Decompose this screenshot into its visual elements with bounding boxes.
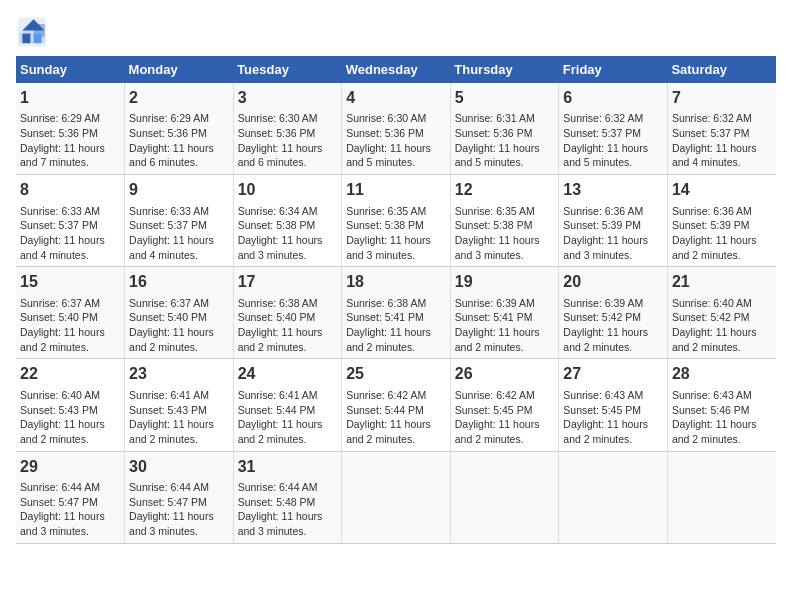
daylight-text: Daylight: 11 hours and 3 minutes. (563, 234, 648, 261)
sunrise-text: Sunrise: 6:42 AM (455, 389, 535, 401)
svg-rect-4 (22, 34, 30, 44)
daylight-text: Daylight: 11 hours and 2 minutes. (346, 418, 431, 445)
calendar-cell: 12 Sunrise: 6:35 AM Sunset: 5:38 PM Dayl… (450, 175, 559, 267)
sunrise-text: Sunrise: 6:44 AM (238, 481, 318, 493)
sunset-text: Sunset: 5:45 PM (563, 404, 641, 416)
calendar-cell (450, 451, 559, 543)
sunset-text: Sunset: 5:47 PM (20, 496, 98, 508)
day-number: 17 (238, 271, 338, 293)
calendar-cell: 5 Sunrise: 6:31 AM Sunset: 5:36 PM Dayli… (450, 83, 559, 175)
sunrise-text: Sunrise: 6:44 AM (129, 481, 209, 493)
sunrise-text: Sunrise: 6:33 AM (129, 205, 209, 217)
daylight-text: Daylight: 11 hours and 6 minutes. (238, 142, 323, 169)
calendar-cell: 11 Sunrise: 6:35 AM Sunset: 5:38 PM Dayl… (342, 175, 451, 267)
sunrise-text: Sunrise: 6:39 AM (455, 297, 535, 309)
sunset-text: Sunset: 5:40 PM (20, 311, 98, 323)
day-header-friday: Friday (559, 56, 668, 83)
day-number: 3 (238, 87, 338, 109)
calendar-week-4: 22 Sunrise: 6:40 AM Sunset: 5:43 PM Dayl… (16, 359, 776, 451)
calendar-week-3: 15 Sunrise: 6:37 AM Sunset: 5:40 PM Dayl… (16, 267, 776, 359)
sunrise-text: Sunrise: 6:38 AM (346, 297, 426, 309)
day-header-thursday: Thursday (450, 56, 559, 83)
calendar-table: SundayMondayTuesdayWednesdayThursdayFrid… (16, 56, 776, 544)
daylight-text: Daylight: 11 hours and 2 minutes. (20, 326, 105, 353)
sunrise-text: Sunrise: 6:37 AM (20, 297, 100, 309)
day-header-monday: Monday (125, 56, 234, 83)
day-number: 9 (129, 179, 229, 201)
calendar-cell: 10 Sunrise: 6:34 AM Sunset: 5:38 PM Dayl… (233, 175, 342, 267)
calendar-cell: 30 Sunrise: 6:44 AM Sunset: 5:47 PM Dayl… (125, 451, 234, 543)
sunrise-text: Sunrise: 6:30 AM (238, 112, 318, 124)
day-number: 23 (129, 363, 229, 385)
sunset-text: Sunset: 5:39 PM (672, 219, 750, 231)
daylight-text: Daylight: 11 hours and 3 minutes. (20, 510, 105, 537)
sunrise-text: Sunrise: 6:33 AM (20, 205, 100, 217)
calendar-cell: 7 Sunrise: 6:32 AM Sunset: 5:37 PM Dayli… (667, 83, 776, 175)
sunrise-text: Sunrise: 6:43 AM (672, 389, 752, 401)
day-number: 15 (20, 271, 120, 293)
calendar-cell: 28 Sunrise: 6:43 AM Sunset: 5:46 PM Dayl… (667, 359, 776, 451)
calendar-cell (667, 451, 776, 543)
sunrise-text: Sunrise: 6:31 AM (455, 112, 535, 124)
day-number: 26 (455, 363, 555, 385)
daylight-text: Daylight: 11 hours and 2 minutes. (563, 326, 648, 353)
day-number: 20 (563, 271, 663, 293)
sunrise-text: Sunrise: 6:29 AM (20, 112, 100, 124)
day-number: 22 (20, 363, 120, 385)
day-number: 4 (346, 87, 446, 109)
calendar-cell: 9 Sunrise: 6:33 AM Sunset: 5:37 PM Dayli… (125, 175, 234, 267)
calendar-cell: 1 Sunrise: 6:29 AM Sunset: 5:36 PM Dayli… (16, 83, 125, 175)
day-header-sunday: Sunday (16, 56, 125, 83)
sunset-text: Sunset: 5:46 PM (672, 404, 750, 416)
sunset-text: Sunset: 5:36 PM (346, 127, 424, 139)
daylight-text: Daylight: 11 hours and 2 minutes. (346, 326, 431, 353)
calendar-cell: 13 Sunrise: 6:36 AM Sunset: 5:39 PM Dayl… (559, 175, 668, 267)
day-number: 29 (20, 456, 120, 478)
sunset-text: Sunset: 5:41 PM (455, 311, 533, 323)
calendar-cell: 8 Sunrise: 6:33 AM Sunset: 5:37 PM Dayli… (16, 175, 125, 267)
sunset-text: Sunset: 5:48 PM (238, 496, 316, 508)
calendar-cell: 31 Sunrise: 6:44 AM Sunset: 5:48 PM Dayl… (233, 451, 342, 543)
daylight-text: Daylight: 11 hours and 2 minutes. (672, 234, 757, 261)
daylight-text: Daylight: 11 hours and 3 minutes. (238, 234, 323, 261)
sunrise-text: Sunrise: 6:42 AM (346, 389, 426, 401)
sunrise-text: Sunrise: 6:35 AM (455, 205, 535, 217)
day-number: 19 (455, 271, 555, 293)
daylight-text: Daylight: 11 hours and 3 minutes. (346, 234, 431, 261)
logo-icon (16, 16, 48, 48)
day-header-saturday: Saturday (667, 56, 776, 83)
day-header-tuesday: Tuesday (233, 56, 342, 83)
page-header (16, 16, 776, 48)
daylight-text: Daylight: 11 hours and 7 minutes. (20, 142, 105, 169)
calendar-cell: 24 Sunrise: 6:41 AM Sunset: 5:44 PM Dayl… (233, 359, 342, 451)
calendar-cell: 3 Sunrise: 6:30 AM Sunset: 5:36 PM Dayli… (233, 83, 342, 175)
day-number: 13 (563, 179, 663, 201)
day-number: 1 (20, 87, 120, 109)
daylight-text: Daylight: 11 hours and 2 minutes. (672, 418, 757, 445)
calendar-header: SundayMondayTuesdayWednesdayThursdayFrid… (16, 56, 776, 83)
sunrise-text: Sunrise: 6:35 AM (346, 205, 426, 217)
sunrise-text: Sunrise: 6:32 AM (672, 112, 752, 124)
sunrise-text: Sunrise: 6:40 AM (672, 297, 752, 309)
sunset-text: Sunset: 5:36 PM (129, 127, 207, 139)
calendar-cell: 18 Sunrise: 6:38 AM Sunset: 5:41 PM Dayl… (342, 267, 451, 359)
daylight-text: Daylight: 11 hours and 3 minutes. (455, 234, 540, 261)
sunset-text: Sunset: 5:37 PM (672, 127, 750, 139)
daylight-text: Daylight: 11 hours and 2 minutes. (455, 418, 540, 445)
calendar-cell: 14 Sunrise: 6:36 AM Sunset: 5:39 PM Dayl… (667, 175, 776, 267)
day-number: 8 (20, 179, 120, 201)
daylight-text: Daylight: 11 hours and 2 minutes. (672, 326, 757, 353)
calendar-week-5: 29 Sunrise: 6:44 AM Sunset: 5:47 PM Dayl… (16, 451, 776, 543)
daylight-text: Daylight: 11 hours and 2 minutes. (238, 326, 323, 353)
day-number: 14 (672, 179, 772, 201)
sunset-text: Sunset: 5:40 PM (129, 311, 207, 323)
sunrise-text: Sunrise: 6:43 AM (563, 389, 643, 401)
day-number: 18 (346, 271, 446, 293)
daylight-text: Daylight: 11 hours and 2 minutes. (20, 418, 105, 445)
calendar-cell: 16 Sunrise: 6:37 AM Sunset: 5:40 PM Dayl… (125, 267, 234, 359)
daylight-text: Daylight: 11 hours and 3 minutes. (129, 510, 214, 537)
daylight-text: Daylight: 11 hours and 6 minutes. (129, 142, 214, 169)
sunrise-text: Sunrise: 6:39 AM (563, 297, 643, 309)
sunrise-text: Sunrise: 6:37 AM (129, 297, 209, 309)
day-number: 31 (238, 456, 338, 478)
